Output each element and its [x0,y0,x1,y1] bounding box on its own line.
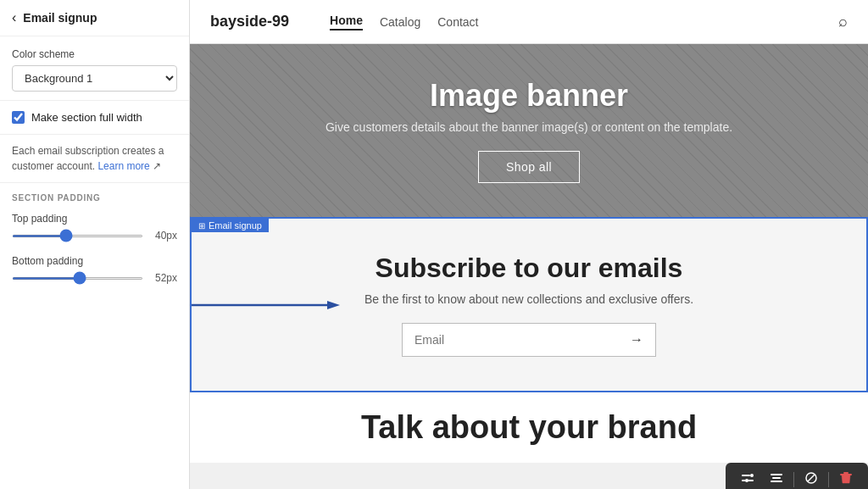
signup-subtitle: Be the first to know about new collectio… [364,292,693,306]
bottom-padding-slider[interactable] [12,277,143,280]
brand-section: Talk about your brand [190,392,868,463]
arrow-annotation [192,299,344,311]
full-width-row: Make section full width [0,101,189,135]
email-submit-button[interactable]: → [618,324,655,356]
toolbar-divider [793,472,794,487]
settings-panel: ‹ Email signup Color scheme Background 1… [0,0,190,489]
tag-grid-icon: ⊞ [198,221,205,231]
site-logo: bayside-99 [210,13,289,31]
bottom-padding-control: 52px [12,272,177,284]
email-signup-section: ⊞ Email signup Subscribe to our emails B… [190,217,868,392]
email-input-row: → [402,323,656,357]
svg-rect-7 [772,477,781,479]
adjust-icon [741,471,754,485]
bottom-padding-value: 52px [150,272,177,284]
top-padding-value: 40px [150,230,177,242]
nav-link-home[interactable]: Home [330,14,363,31]
svg-point-5 [745,479,748,482]
toolbar-divider-2 [828,472,829,487]
bottom-padding-label: Bottom padding [12,255,177,267]
preview-area: bayside-99 Home Catalog Contact ⌕ Image … [190,0,868,489]
svg-rect-12 [840,474,852,475]
email-signup-tag: ⊞ Email signup [192,219,269,232]
toolbar-adjust-button[interactable] [734,468,761,489]
email-signup-tag-label: Email signup [209,220,262,231]
color-scheme-section: Color scheme Background 1 Background 2 I… [0,36,189,101]
top-padding-label: Top padding [12,213,177,225]
color-scheme-select[interactable]: Background 1 Background 2 Inverse Accent… [12,65,177,92]
section-toolbar [726,463,868,489]
full-width-label: Make section full width [31,111,142,124]
toolbar-align-button[interactable] [763,468,790,489]
svg-marker-1 [327,301,340,309]
preview-scroll: Image banner Give customers details abou… [190,44,868,489]
delete-icon [839,471,853,485]
brand-title: Talk about your brand [361,409,697,446]
svg-rect-2 [742,475,750,476]
banner-title: Image banner [430,78,628,114]
nav-link-catalog[interactable]: Catalog [380,15,420,29]
svg-point-4 [750,474,754,477]
svg-rect-11 [843,472,849,474]
toolbar-delete-button[interactable] [832,468,860,489]
toolbar-link-button[interactable] [798,468,825,489]
nav-links: Home Catalog Contact [330,14,478,31]
email-input[interactable] [403,324,618,356]
search-icon[interactable]: ⌕ [838,13,848,31]
svg-rect-8 [771,481,782,482]
site-nav: bayside-99 Home Catalog Contact ⌕ [190,0,868,44]
top-padding-control: 40px [12,230,177,242]
back-chevron-icon: ‹ [12,10,16,25]
top-padding-slider[interactable] [12,235,143,237]
color-scheme-label: Color scheme [12,48,177,60]
shop-all-button[interactable]: Shop all [478,151,580,183]
align-icon [770,471,783,485]
link-icon [804,471,818,485]
panel-title: Email signup [23,11,97,25]
color-scheme-select-wrapper[interactable]: Background 1 Background 2 Inverse Accent… [12,65,177,92]
signup-title: Subscribe to our emails [376,253,683,284]
svg-line-10 [808,475,815,481]
svg-rect-6 [771,474,782,475]
learn-more-link[interactable]: Learn more [97,160,149,172]
image-banner-section: Image banner Give customers details abou… [190,44,868,217]
top-padding-row: Top padding 40px [0,208,189,250]
bottom-padding-row: Bottom padding 52px [0,250,189,292]
banner-subtitle: Give customers details about the banner … [326,120,732,134]
back-button[interactable]: ‹ Email signup [0,0,189,36]
section-padding-label: SECTION PADDING [0,183,189,208]
full-width-checkbox[interactable] [12,111,25,124]
nav-link-contact[interactable]: Contact [437,15,478,29]
info-text-section: Each email subscription creates a custom… [0,135,189,183]
